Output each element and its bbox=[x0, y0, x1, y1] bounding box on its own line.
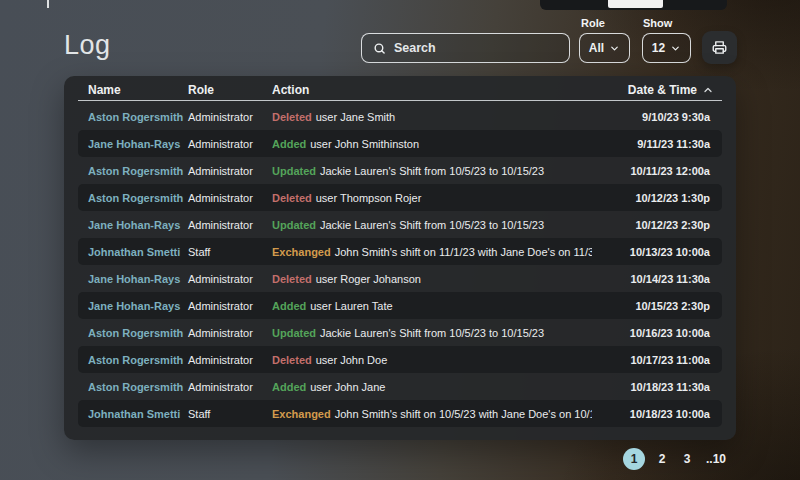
log-user-role: Administrator bbox=[188, 219, 272, 231]
log-action-detail: user Jane Smith bbox=[316, 111, 395, 123]
log-action-verb: Deleted bbox=[272, 192, 312, 204]
log-datetime: 9/10/23 9:30a bbox=[592, 111, 722, 123]
pagination: 123..10 bbox=[623, 448, 728, 470]
log-action-detail: user Thompson Rojer bbox=[316, 192, 422, 204]
page-button-3[interactable]: 3 bbox=[679, 448, 695, 470]
table-row: Aston Rogersmith Administrator Deletedus… bbox=[78, 184, 722, 211]
table-header-row: Name Role Action Date & Time bbox=[78, 76, 722, 101]
log-action: Deleteduser Thompson Rojer bbox=[272, 192, 592, 204]
log-action: Addeduser John Smithinston bbox=[272, 138, 592, 150]
log-user-role: Staff bbox=[188, 408, 272, 420]
log-user-role: Administrator bbox=[188, 165, 272, 177]
log-datetime: 10/13/23 10:00a bbox=[592, 246, 722, 258]
log-action: ExchangedJohn Smith's shift on 11/1/23 w… bbox=[272, 246, 592, 258]
log-action: Deleteduser Roger Johanson bbox=[272, 273, 592, 285]
log-user-role: Administrator bbox=[188, 300, 272, 312]
log-datetime: 10/18/23 10:00a bbox=[592, 408, 722, 420]
table-row: Aston Rogersmith Administrator Addeduser… bbox=[78, 373, 722, 400]
chevron-down-icon bbox=[670, 43, 681, 54]
log-user-name[interactable]: Jane Hohan-Rays bbox=[78, 300, 188, 312]
table-row: Johnathan Smetti Staff ExchangedJohn Smi… bbox=[78, 400, 722, 427]
log-action-verb: Updated bbox=[272, 165, 316, 177]
log-user-name[interactable]: Jane Hohan-Rays bbox=[78, 273, 188, 285]
show-count-dropdown[interactable]: 12 bbox=[642, 33, 691, 63]
log-user-role: Staff bbox=[188, 246, 272, 258]
sort-ascending-icon[interactable] bbox=[702, 84, 714, 96]
log-action-verb: Updated bbox=[272, 327, 316, 339]
log-action-detail: user John Doe bbox=[316, 354, 388, 366]
log-user-name[interactable]: Aston Rogersmith bbox=[78, 111, 188, 123]
cutoff-top-tick bbox=[47, 0, 49, 8]
log-action-detail: Jackie Lauren's Shift from 10/5/23 to 10… bbox=[320, 327, 544, 339]
log-action: Deleteduser Jane Smith bbox=[272, 111, 592, 123]
log-datetime: 10/17/23 11:00a bbox=[592, 354, 722, 366]
column-header-role[interactable]: Role bbox=[188, 83, 272, 97]
log-action-verb: Deleted bbox=[272, 354, 312, 366]
log-user-role: Administrator bbox=[188, 138, 272, 150]
log-datetime: 10/15/23 2:30p bbox=[592, 300, 722, 312]
log-action-verb: Added bbox=[272, 138, 306, 150]
printer-icon bbox=[712, 40, 727, 55]
log-action-detail: user Lauren Tate bbox=[310, 300, 392, 312]
log-action-detail: Jackie Lauren's Shift from 10/5/23 to 10… bbox=[320, 165, 544, 177]
log-user-name[interactable]: Aston Rogersmith bbox=[78, 165, 188, 177]
log-action: UpdatedJackie Lauren's Shift from 10/5/2… bbox=[272, 219, 592, 231]
column-header-action[interactable]: Action bbox=[272, 83, 592, 97]
search-icon bbox=[373, 42, 386, 55]
log-user-role: Administrator bbox=[188, 111, 272, 123]
page-button-1[interactable]: 1 bbox=[623, 448, 645, 470]
log-user-name[interactable]: Jane Hohan-Rays bbox=[78, 219, 188, 231]
log-datetime: 10/11/23 12:00a bbox=[592, 165, 722, 177]
log-user-name[interactable]: Johnathan Smetti bbox=[78, 408, 188, 420]
log-table-panel: Name Role Action Date & Time Aston Roger… bbox=[64, 76, 736, 440]
log-datetime: 9/11/23 11:30a bbox=[592, 138, 722, 150]
log-action-detail: Jackie Lauren's Shift from 10/5/23 to 10… bbox=[320, 219, 544, 231]
search-input[interactable] bbox=[394, 41, 558, 55]
role-filter-dropdown[interactable]: All bbox=[579, 33, 630, 63]
log-action-detail: John Smith's shift on 11/1/23 with Jane … bbox=[335, 246, 592, 258]
table-row: Aston Rogersmith Administrator UpdatedJa… bbox=[78, 157, 722, 184]
log-action-detail: John Smith's shift on 10/5/23 with Jane … bbox=[335, 408, 592, 420]
log-user-role: Administrator bbox=[188, 327, 272, 339]
log-action-verb: Exchanged bbox=[272, 246, 331, 258]
show-count-label: Show bbox=[643, 17, 672, 29]
log-action-verb: Deleted bbox=[272, 273, 312, 285]
table-row: Aston Rogersmith Administrator Deletedus… bbox=[78, 103, 722, 130]
role-filter-value: All bbox=[589, 41, 604, 55]
print-button[interactable] bbox=[702, 31, 737, 64]
log-action-detail: user John Jane bbox=[310, 381, 385, 393]
log-user-name[interactable]: Johnathan Smetti bbox=[78, 246, 188, 258]
log-action-verb: Added bbox=[272, 381, 306, 393]
log-action-verb: Exchanged bbox=[272, 408, 331, 420]
page-title: Log bbox=[64, 30, 111, 61]
log-user-name[interactable]: Aston Rogersmith bbox=[78, 354, 188, 366]
log-user-role: Administrator bbox=[188, 192, 272, 204]
log-action-verb: Added bbox=[272, 300, 306, 312]
table-row: Jane Hohan-Rays Administrator Deleteduse… bbox=[78, 265, 722, 292]
log-action-detail: user John Smithinston bbox=[310, 138, 419, 150]
table-row: Jane Hohan-Rays Administrator UpdatedJac… bbox=[78, 211, 722, 238]
log-user-name[interactable]: Aston Rogersmith bbox=[78, 192, 188, 204]
table-row: Jane Hohan-Rays Administrator Addeduser … bbox=[78, 292, 722, 319]
log-datetime: 10/18/23 11:30a bbox=[592, 381, 722, 393]
log-user-name[interactable]: Aston Rogersmith bbox=[78, 327, 188, 339]
page-button-10[interactable]: ..10 bbox=[704, 448, 728, 470]
log-datetime: 10/16/23 10:00a bbox=[592, 327, 722, 339]
show-count-value: 12 bbox=[652, 41, 665, 55]
log-datetime: 10/12/23 1:30p bbox=[592, 192, 722, 204]
log-action: UpdatedJackie Lauren's Shift from 10/5/2… bbox=[272, 327, 592, 339]
column-header-datetime[interactable]: Date & Time bbox=[592, 83, 722, 97]
table-row: Johnathan Smetti Staff ExchangedJohn Smi… bbox=[78, 238, 722, 265]
log-user-name[interactable]: Jane Hohan-Rays bbox=[78, 138, 188, 150]
table-row: Jane Hohan-Rays Administrator Addeduser … bbox=[78, 130, 722, 157]
log-user-name[interactable]: Aston Rogersmith bbox=[78, 381, 188, 393]
page-button-2[interactable]: 2 bbox=[654, 448, 670, 470]
table-row: Aston Rogersmith Administrator UpdatedJa… bbox=[78, 319, 722, 346]
cutoff-top-bar bbox=[540, 0, 727, 10]
log-datetime: 10/14/23 11:30a bbox=[592, 273, 722, 285]
column-header-datetime-label: Date & Time bbox=[628, 83, 697, 97]
log-action: Deleteduser John Doe bbox=[272, 354, 592, 366]
search-box[interactable] bbox=[361, 33, 570, 63]
column-header-name[interactable]: Name bbox=[78, 83, 188, 97]
cutoff-top-bar-highlight bbox=[608, 0, 663, 8]
